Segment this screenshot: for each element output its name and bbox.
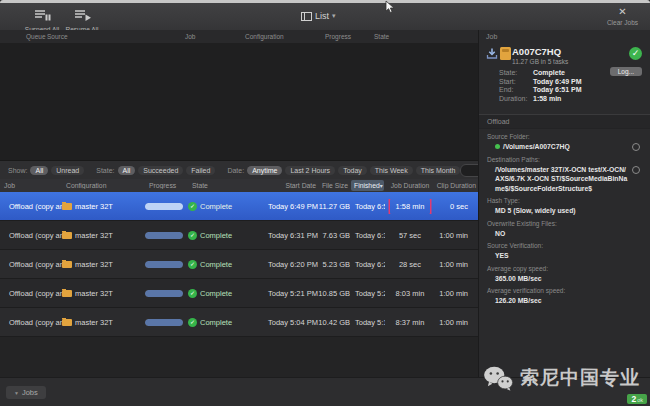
configuration-name: master 32T <box>75 289 113 298</box>
folder-icon <box>62 261 72 268</box>
col-progress[interactable]: Progress <box>145 182 188 189</box>
progress-bar <box>145 290 183 297</box>
job-name: Offload (copy and v… <box>9 260 62 269</box>
detail-value: 365.00 MB/sec <box>495 274 642 284</box>
jobs-toggle-button[interactable]: ▼ Jobs <box>6 386 46 399</box>
state-text: Complete <box>200 318 232 327</box>
job-title: A007C7HQ <box>512 46 561 57</box>
watermark-text: 索尼中国专业 <box>520 365 640 391</box>
detail-value: MD 5 (Slow, widely used) <box>495 206 642 216</box>
clip-duration: 1:00 min <box>435 318 478 327</box>
summary-label: Duration: <box>499 95 533 102</box>
col-clip-duration[interactable]: Clip Duration <box>435 182 478 189</box>
progress-fill <box>145 203 183 210</box>
detail-value: YES <box>495 251 642 261</box>
detail-item: Average verification speed: 126.20 MB/se… <box>479 283 650 306</box>
col-configuration[interactable]: Configuration <box>62 182 145 189</box>
job-duration: 57 sec <box>393 228 427 243</box>
job-duration: 1:58 min <box>390 199 431 214</box>
filter-option[interactable]: Today <box>338 166 367 175</box>
clear-jobs-button[interactable]: ✕ Clear Jobs <box>607 7 638 26</box>
watermark: 索尼中国专业 <box>483 365 640 391</box>
filter-option[interactable]: Succeeded <box>138 166 183 175</box>
filter-state-options: AllSucceededFailed <box>115 166 216 175</box>
filter-option[interactable]: Unread <box>51 166 84 175</box>
queue-col-source: Source <box>47 33 68 40</box>
summary-row: Duration: 1:58 min <box>499 95 582 102</box>
source-folder-label: Source Folder: <box>487 133 642 140</box>
start-date: Today 5:04 PM <box>262 318 318 327</box>
file-size: 7.63 GB <box>318 231 350 240</box>
state-text: Complete <box>200 202 232 211</box>
col-state[interactable]: State <box>188 182 262 189</box>
job-subtitle: 11.27 GB in 5 tasks <box>512 58 568 65</box>
media-card-icon <box>500 47 511 60</box>
finished-time: Today 6:31… <box>350 231 385 240</box>
view-selector-label: List <box>315 11 329 21</box>
queue-col-progress: Progress <box>325 33 351 40</box>
clip-duration: 0 sec <box>435 202 478 211</box>
table-row[interactable]: Offload (copy and v… master 32T ✓ Comple… <box>0 250 478 279</box>
filter-option[interactable]: All <box>30 166 48 175</box>
col-finished-dropdown[interactable]: Finished ▾ <box>351 180 384 191</box>
filter-option[interactable]: Anytime <box>247 166 282 175</box>
mouse-cursor <box>385 0 395 14</box>
table-row[interactable]: Offload (copy and v… master 32T ✓ Comple… <box>0 308 478 337</box>
col-start-date[interactable]: Start Date <box>262 182 318 189</box>
configuration-name: master 32T <box>75 260 113 269</box>
progress-fill <box>145 232 183 239</box>
col-job[interactable]: Job <box>0 182 62 189</box>
destination-paths-block: Destination Paths: /Volumes/master 32T/X… <box>479 152 650 194</box>
finished-time: Today 5:12… <box>350 318 385 327</box>
status-badge: 2 ok <box>627 394 647 404</box>
table-row[interactable]: Offload (copy and v… master 32T ✓ Comple… <box>0 221 478 250</box>
queue-col-state: State <box>374 33 389 40</box>
eject-icon[interactable] <box>632 143 640 151</box>
log-button[interactable]: Log... <box>610 67 642 76</box>
folder-icon <box>62 203 72 210</box>
table-row[interactable]: Offload (copy and v… master 32T ✓ Comple… <box>0 279 478 308</box>
configuration-name: master 32T <box>75 202 113 211</box>
source-folder-value: /Volumes/A007C7HQ <box>503 143 570 150</box>
filter-option[interactable]: Last 2 Hours <box>285 166 335 175</box>
source-folder-block: Source Folder: /Volumes/A007C7HQ <box>479 129 650 152</box>
view-selector-dropdown[interactable]: List ▾ <box>301 11 336 21</box>
offload-details: Hash Type: MD 5 (Slow, widely used) Over… <box>479 193 650 306</box>
check-icon: ✓ <box>188 318 197 327</box>
col-file-size[interactable]: File Size <box>318 182 350 189</box>
filter-show-options: AllUnread <box>27 166 84 175</box>
job-summary: State: Complete Start: Today 6:49 PM End… <box>499 69 582 103</box>
summary-value: Today 6:51 PM <box>533 86 582 93</box>
filter-option[interactable]: All <box>118 166 136 175</box>
reveal-icon[interactable] <box>632 166 640 174</box>
file-size: 11.27 GB <box>318 202 350 211</box>
detail-item: Source Verification: YES <box>479 238 650 261</box>
summary-label: State: <box>499 69 533 76</box>
configuration-name: master 32T <box>75 231 113 240</box>
chevron-down-icon: ▾ <box>332 12 336 20</box>
filter-option[interactable]: Failed <box>186 166 215 175</box>
file-size: 10.85 GB <box>318 289 350 298</box>
folder-icon <box>62 232 72 239</box>
filter-state-label: State: <box>96 167 114 174</box>
progress-bar <box>145 261 183 268</box>
progress-fill <box>145 290 183 297</box>
queue-col-job: Job <box>185 33 195 40</box>
finished-time: Today 5:29… <box>350 289 385 298</box>
resume-all-icon <box>74 9 91 21</box>
col-job-duration[interactable]: Job Duration <box>385 182 435 189</box>
filter-option[interactable]: This Month <box>416 166 461 175</box>
detail-label: Source Verification: <box>487 242 642 249</box>
chevron-down-icon: ▾ <box>380 182 383 189</box>
filter-show-label: Show: <box>8 167 27 174</box>
badge-count: 2 <box>631 394 636 404</box>
filter-option[interactable]: This Week <box>370 166 413 175</box>
triangle-down-icon: ▼ <box>14 390 19 396</box>
table-row[interactable]: Offload (copy and v… master 32T ✓ Comple… <box>0 192 478 221</box>
detail-item: Average copy speed: 365.00 MB/sec <box>479 261 650 284</box>
finished-time: Today 6:20… <box>350 260 385 269</box>
state-text: Complete <box>200 231 232 240</box>
filter-date-label: Date: <box>227 167 244 174</box>
progress-bar <box>145 319 183 326</box>
clip-duration: 1:00 min <box>435 289 478 298</box>
